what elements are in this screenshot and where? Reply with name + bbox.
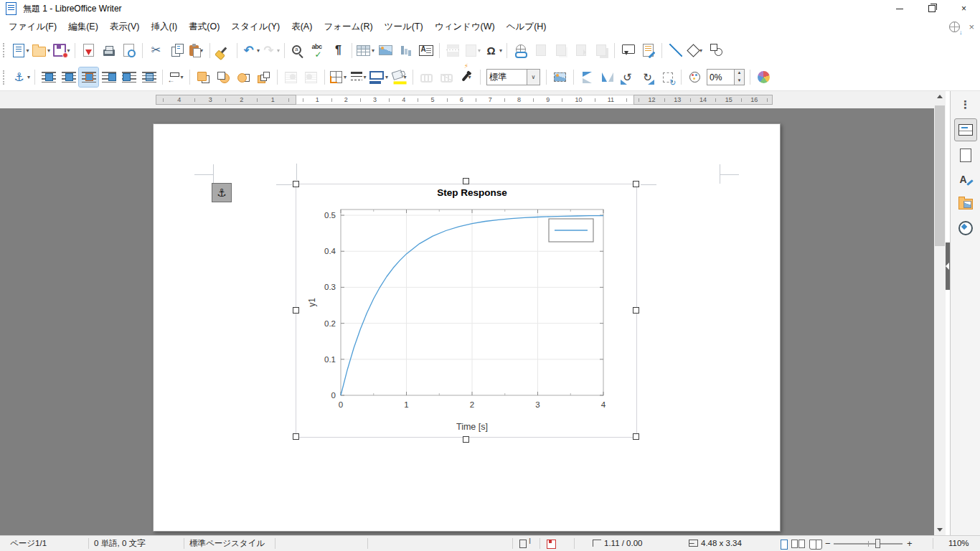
save-dropdown[interactable]: ▾ (67, 47, 70, 54)
transparency-spinner[interactable]: 0%▲▼ (707, 69, 745, 85)
send-to-back-button[interactable] (214, 67, 233, 87)
word-count-field[interactable]: 0 単語, 0 文字 (94, 536, 146, 551)
new-document-button[interactable]: ▾ (11, 41, 31, 60)
menu-insert[interactable]: 挿入(I) (145, 19, 183, 35)
selection-handle-bottom-left[interactable] (293, 433, 299, 440)
color-tool-button[interactable] (685, 67, 705, 87)
ruler-right-margin[interactable]: 1213141516 (633, 95, 773, 105)
zoom-level-field[interactable]: 110% (948, 536, 969, 551)
page-style-field[interactable]: 標準ページスタイル (189, 536, 265, 551)
scrollbar-thumb[interactable] (935, 105, 945, 246)
anchor-dropdown[interactable]: ▾ (27, 74, 30, 80)
to-foreground-button[interactable] (234, 67, 253, 87)
zoom-slider-handle[interactable] (875, 539, 880, 548)
page-number-field[interactable]: ページ1/1 (10, 536, 47, 551)
border-color-button[interactable]: ▾ (369, 67, 389, 87)
rotate-left-button[interactable]: ↺ (618, 67, 637, 87)
sidebar-page-button[interactable] (955, 144, 976, 166)
show-draw-functions-button[interactable] (706, 41, 725, 60)
image-mode-dropdown[interactable]: ∨ (527, 70, 540, 85)
object-size-field[interactable]: 4.48 x 3.34 (689, 536, 742, 551)
minimize-button[interactable] (883, 0, 915, 17)
selection-handle-middle-left[interactable] (293, 307, 299, 314)
to-background-button[interactable] (254, 67, 273, 87)
menu-window[interactable]: ウィンドウ(W) (429, 19, 501, 35)
wrap-before-button[interactable] (99, 67, 118, 87)
insert-textbox-button[interactable] (416, 41, 435, 60)
scroll-up-arrow[interactable] (934, 91, 946, 103)
paste-button[interactable]: ▾ (187, 41, 206, 60)
zoom-slider-track[interactable] (834, 543, 903, 545)
unsaved-changes-icon[interactable] (547, 540, 556, 549)
ruler-left-margin[interactable]: 4321 (156, 95, 296, 105)
export-pdf-button[interactable] (79, 41, 98, 60)
anchor-badge-icon[interactable]: ⚓ (212, 183, 232, 202)
image-mode-combobox[interactable]: 標準∨ (486, 69, 540, 85)
border-color-dropdown[interactable]: ▾ (385, 74, 388, 80)
ruler-active-area[interactable]: 1234567891011 (296, 95, 633, 105)
special-character-dropdown[interactable]: ▾ (499, 47, 502, 54)
scroll-down-arrow[interactable] (934, 524, 946, 535)
insert-table-dropdown[interactable]: ▾ (372, 47, 374, 54)
flip-horizontally-button[interactable] (598, 67, 617, 87)
wrap-parallel-button[interactable] (59, 67, 78, 87)
selection-handle-top-center[interactable] (463, 178, 469, 184)
wrap-through-button[interactable] (139, 67, 159, 87)
selection-handle-top-left[interactable] (293, 181, 299, 187)
insert-image-button[interactable] (376, 41, 395, 60)
new-document-dropdown[interactable]: ▾ (26, 47, 29, 54)
horizontal-ruler[interactable]: 4321 1234567891011 1213141516 (0, 91, 934, 108)
copy-button[interactable] (166, 41, 186, 60)
insert-mode-icon[interactable] (519, 540, 534, 548)
undo-dropdown[interactable]: ▾ (257, 47, 260, 54)
open-button[interactable]: ▾ (32, 41, 51, 60)
bring-to-front-button[interactable] (194, 67, 213, 87)
sidebar-navigator-button[interactable] (955, 217, 976, 239)
single-page-view-button[interactable] (781, 540, 788, 550)
selected-image[interactable]: 0123400.10.20.30.40.5Step ResponseTime [… (296, 184, 636, 437)
menu-format[interactable]: 書式(O) (183, 19, 225, 35)
borders-button[interactable]: ▾ (329, 67, 348, 87)
transparency-spin-buttons[interactable]: ▲▼ (734, 70, 744, 85)
zoom-in-button[interactable]: + (907, 536, 913, 551)
align-objects-button[interactable]: ▾ (166, 67, 186, 87)
cursor-position-field[interactable]: 1.11 / 0.00 (593, 536, 643, 551)
rotate-right-button[interactable]: ↻ (638, 67, 657, 87)
sidebar-properties-button[interactable] (954, 118, 977, 141)
selection-handle-middle-right[interactable] (633, 307, 639, 314)
print-preview-button[interactable] (119, 41, 138, 60)
insert-hyperlink-button[interactable] (511, 41, 530, 60)
menu-help[interactable]: ヘルプ(H) (501, 19, 552, 35)
flip-vertically-button[interactable] (578, 67, 597, 87)
menu-table[interactable]: 表(A) (286, 19, 318, 35)
globe-download-icon[interactable] (949, 22, 960, 32)
menu-form[interactable]: フォーム(R) (318, 19, 378, 35)
spin-up-icon[interactable]: ▲ (735, 70, 744, 77)
selection-handle-top-right[interactable] (633, 181, 639, 187)
redo-dropdown[interactable]: ▾ (277, 47, 280, 54)
insert-comment-button[interactable] (618, 41, 638, 60)
insert-table-button[interactable]: ▾ (356, 41, 375, 60)
save-button[interactable]: ▾ (52, 41, 71, 60)
close-button[interactable]: × (948, 0, 980, 17)
clone-formatting-button[interactable] (214, 41, 233, 60)
insert-line-button[interactable] (666, 41, 685, 60)
menu-edit[interactable]: 編集(E) (62, 19, 104, 35)
image-filter-button[interactable]: ▾ (457, 67, 476, 87)
borders-dropdown[interactable]: ▾ (344, 74, 347, 80)
border-style-button[interactable]: ▾ (349, 67, 368, 87)
sidebar-gallery-button[interactable] (955, 193, 976, 215)
spelling-button[interactable] (308, 41, 328, 60)
sidebar-sidebar-menu-button[interactable]: ⋮ (955, 94, 976, 116)
find-replace-button[interactable] (288, 41, 308, 60)
insert-chart-button[interactable] (396, 41, 415, 60)
basic-shapes-button[interactable]: ▾ (686, 41, 705, 60)
free-rotate-button[interactable] (658, 67, 677, 87)
close-document-icon[interactable]: × (969, 22, 974, 32)
wrap-after-button[interactable] (119, 67, 138, 87)
area-fill-color-button[interactable]: ▾ (390, 67, 409, 87)
print-button[interactable] (99, 41, 118, 60)
crop-image-button[interactable] (550, 67, 570, 87)
insert-field-dropdown[interactable]: ▾ (478, 47, 481, 54)
undo-button[interactable]: ↶▾ (241, 41, 260, 60)
